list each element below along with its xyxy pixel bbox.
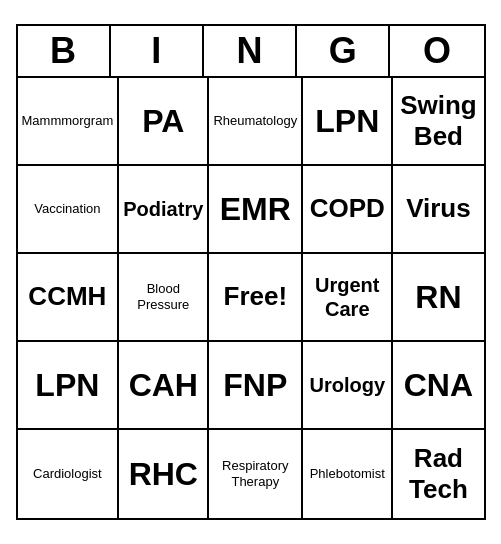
bingo-header: BINGO: [18, 26, 484, 78]
cell-text: RN: [415, 278, 461, 316]
bingo-cell: Mammmorgram: [18, 78, 120, 166]
cell-text: FNP: [223, 366, 287, 404]
bingo-cell: Cardiologist: [18, 430, 120, 518]
cell-text: Phlebotomist: [310, 466, 385, 482]
bingo-cell: Rheumatology: [209, 78, 303, 166]
cell-text: RHC: [129, 455, 198, 493]
cell-text: Vaccination: [34, 201, 100, 217]
header-letter: G: [297, 26, 390, 76]
bingo-card: BINGO MammmorgramPARheumatologyLPNSwing …: [16, 24, 486, 520]
cell-text: Podiatry: [123, 197, 203, 221]
cell-text: Urology: [309, 373, 385, 397]
bingo-cell: Virus: [393, 166, 483, 254]
cell-text: Virus: [406, 193, 471, 224]
cell-text: PA: [142, 102, 184, 140]
cell-text: Cardiologist: [33, 466, 102, 482]
cell-text: EMR: [220, 190, 291, 228]
cell-text: COPD: [310, 193, 385, 224]
bingo-cell: Urology: [303, 342, 393, 430]
bingo-cell: Podiatry: [119, 166, 209, 254]
header-letter: I: [111, 26, 204, 76]
bingo-cell: Rad Tech: [393, 430, 483, 518]
bingo-cell: COPD: [303, 166, 393, 254]
bingo-cell: CAH: [119, 342, 209, 430]
header-letter: N: [204, 26, 297, 76]
cell-text: CCMH: [28, 281, 106, 312]
cell-text: Respiratory Therapy: [213, 458, 297, 489]
cell-text: LPN: [35, 366, 99, 404]
bingo-cell: Urgent Care: [303, 254, 393, 342]
cell-text: Mammmorgram: [22, 113, 114, 129]
cell-text: Urgent Care: [307, 273, 387, 321]
bingo-cell: CNA: [393, 342, 483, 430]
bingo-cell: Respiratory Therapy: [209, 430, 303, 518]
bingo-cell: CCMH: [18, 254, 120, 342]
bingo-cell: PA: [119, 78, 209, 166]
bingo-cell: Free!: [209, 254, 303, 342]
bingo-cell: RHC: [119, 430, 209, 518]
cell-text: Rad Tech: [397, 443, 479, 505]
header-letter: O: [390, 26, 483, 76]
bingo-cell: LPN: [303, 78, 393, 166]
cell-text: LPN: [315, 102, 379, 140]
header-letter: B: [18, 26, 111, 76]
bingo-cell: EMR: [209, 166, 303, 254]
cell-text: Blood Pressure: [123, 281, 203, 312]
bingo-cell: Phlebotomist: [303, 430, 393, 518]
cell-text: Swing Bed: [397, 90, 479, 152]
cell-text: CNA: [404, 366, 473, 404]
bingo-cell: RN: [393, 254, 483, 342]
bingo-cell: Vaccination: [18, 166, 120, 254]
bingo-grid: MammmorgramPARheumatologyLPNSwing BedVac…: [18, 78, 484, 518]
bingo-cell: Swing Bed: [393, 78, 483, 166]
bingo-cell: LPN: [18, 342, 120, 430]
cell-text: Free!: [224, 281, 288, 312]
cell-text: CAH: [129, 366, 198, 404]
bingo-cell: FNP: [209, 342, 303, 430]
cell-text: Rheumatology: [213, 113, 297, 129]
bingo-cell: Blood Pressure: [119, 254, 209, 342]
